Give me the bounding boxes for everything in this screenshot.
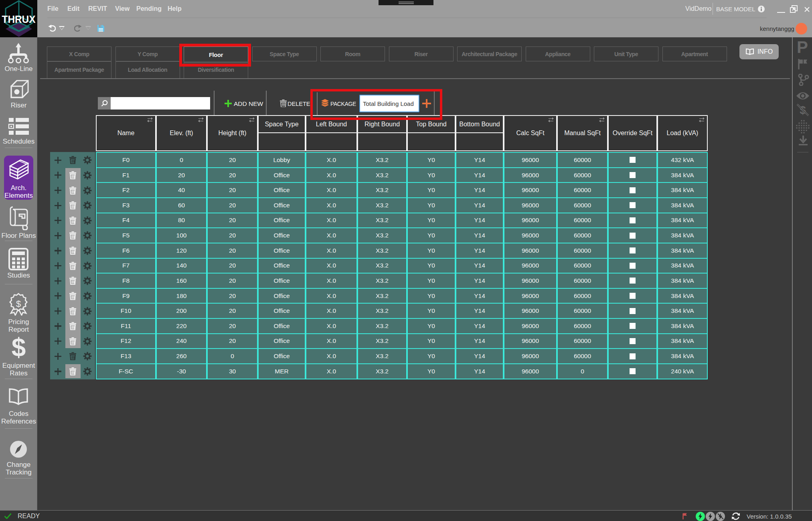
svg-text:THRUX: THRUX <box>2 14 36 25</box>
svg-text:$: $ <box>16 299 21 309</box>
